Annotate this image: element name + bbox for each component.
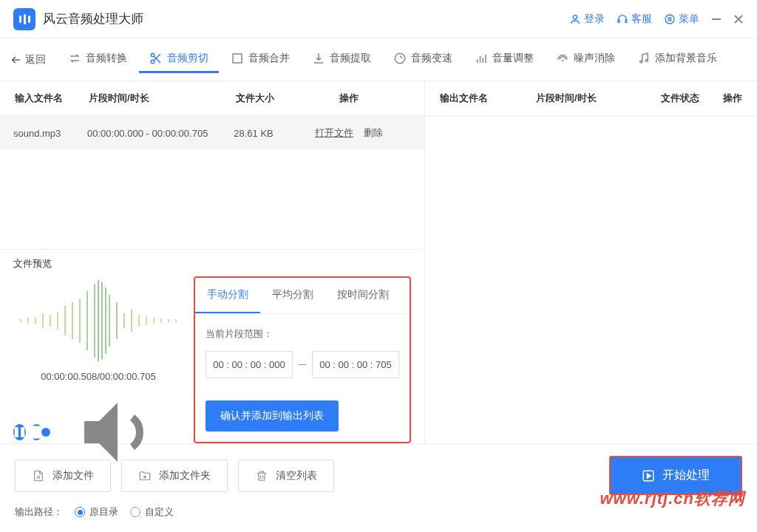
- music-icon: [637, 52, 651, 65]
- output-table-head: 输出文件名 片段时间/时长 文件状态 操作: [425, 81, 757, 116]
- main-toolbar: 返回 音频转换 音频剪切 音频合并 音频提取 音频变速 音量调整 噪声消除 添加…: [0, 38, 757, 81]
- speed-icon: [393, 52, 407, 65]
- menu-icon: [664, 13, 676, 25]
- clear-list-button[interactable]: 清空列表: [238, 460, 334, 492]
- split-tab-manual[interactable]: 手动分割: [195, 278, 260, 313]
- split-panel: 手动分割 平均分割 按时间分割 当前片段范围： 00 : 00 : 00 : 0…: [194, 276, 411, 443]
- pause-icon: [13, 388, 26, 477]
- output-path-label: 输出路径：: [15, 505, 63, 519]
- svg-point-0: [573, 15, 577, 18]
- pause-button[interactable]: [13, 424, 26, 440]
- waveform-area[interactable]: 00:00:00.508/00:00:00.705: [13, 276, 183, 395]
- volume-icon[interactable]: [52, 388, 183, 477]
- start-process-button[interactable]: 开始处理: [609, 456, 742, 495]
- svg-rect-15: [233, 54, 242, 63]
- app-icon: [13, 8, 35, 30]
- user-icon: [569, 13, 581, 25]
- radio-dot-on: [75, 507, 85, 517]
- range-label: 当前片段范围：: [206, 327, 399, 341]
- tab-audio-extract[interactable]: 音频提取: [302, 46, 381, 73]
- waveform-icon: [13, 276, 183, 365]
- close-button[interactable]: [733, 14, 744, 24]
- support-button[interactable]: 客服: [617, 13, 652, 26]
- open-file-link[interactable]: 打开文件: [315, 127, 353, 138]
- noise-icon: [556, 52, 569, 65]
- input-file-row[interactable]: sound.mp3 00:00:00.000 - 00:00:00.705 28…: [0, 116, 424, 150]
- svg-point-22: [640, 61, 642, 63]
- file-name: sound.mp3: [13, 128, 87, 139]
- confirm-add-button[interactable]: 确认并添加到输出列表: [206, 400, 339, 432]
- tab-audio-cut[interactable]: 音频剪切: [139, 46, 219, 73]
- svg-rect-2: [625, 19, 627, 22]
- svg-marker-58: [648, 474, 651, 478]
- extract-icon: [312, 52, 325, 65]
- svg-point-23: [645, 60, 648, 62]
- menu-button[interactable]: 菜单: [664, 13, 699, 26]
- minimize-button[interactable]: [711, 14, 722, 24]
- preview-time: 00:00:00.508/00:00:00.705: [13, 371, 183, 382]
- convert-icon: [68, 52, 81, 65]
- play-icon: [642, 469, 655, 482]
- delete-file-link[interactable]: 删除: [364, 127, 383, 138]
- scissors-icon: [149, 52, 163, 65]
- range-from-input[interactable]: 00 : 00 : 00 : 000: [206, 351, 293, 378]
- svg-rect-48: [15, 427, 18, 437]
- range-to-input[interactable]: 00 : 00 : 00 : 705: [312, 351, 399, 378]
- login-button[interactable]: 登录: [569, 13, 605, 26]
- range-dash: [299, 364, 306, 365]
- file-time: 00:00:00.000 - 00:00:00.705: [87, 128, 220, 139]
- svg-point-16: [395, 53, 405, 64]
- tab-audio-merge[interactable]: 音频合并: [220, 46, 300, 73]
- tab-volume-adjust[interactable]: 音量调整: [464, 46, 544, 73]
- split-tab-average[interactable]: 平均分割: [260, 278, 325, 313]
- svg-rect-49: [21, 427, 24, 437]
- tab-add-bgm[interactable]: 添加背景音乐: [627, 46, 727, 73]
- tab-audio-speed[interactable]: 音频变速: [383, 46, 463, 73]
- split-tab-time[interactable]: 按时间分割: [325, 278, 401, 313]
- file-size: 28.61 KB: [220, 128, 287, 139]
- input-table-head: 输入文件名 片段时间/时长 文件大小 操作: [0, 81, 424, 116]
- tab-noise-reduce[interactable]: 噪声消除: [546, 46, 625, 73]
- preview-title: 文件预览: [13, 257, 411, 270]
- title-bar: 风云音频处理大师 登录 客服 菜单: [0, 0, 757, 38]
- app-title: 风云音频处理大师: [43, 10, 143, 27]
- trash-icon: [255, 469, 268, 482]
- volume-icon: [475, 52, 488, 65]
- back-button[interactable]: 返回: [10, 53, 56, 66]
- radio-custom-dir[interactable]: 自定义: [130, 505, 174, 519]
- radio-original-dir[interactable]: 原目录: [75, 505, 118, 519]
- tab-audio-convert[interactable]: 音频转换: [58, 46, 138, 73]
- svg-rect-1: [618, 19, 619, 22]
- arrow-left-icon: [10, 54, 22, 66]
- merge-icon: [231, 52, 244, 65]
- radio-dot-off: [130, 507, 140, 517]
- headset-icon: [617, 13, 628, 25]
